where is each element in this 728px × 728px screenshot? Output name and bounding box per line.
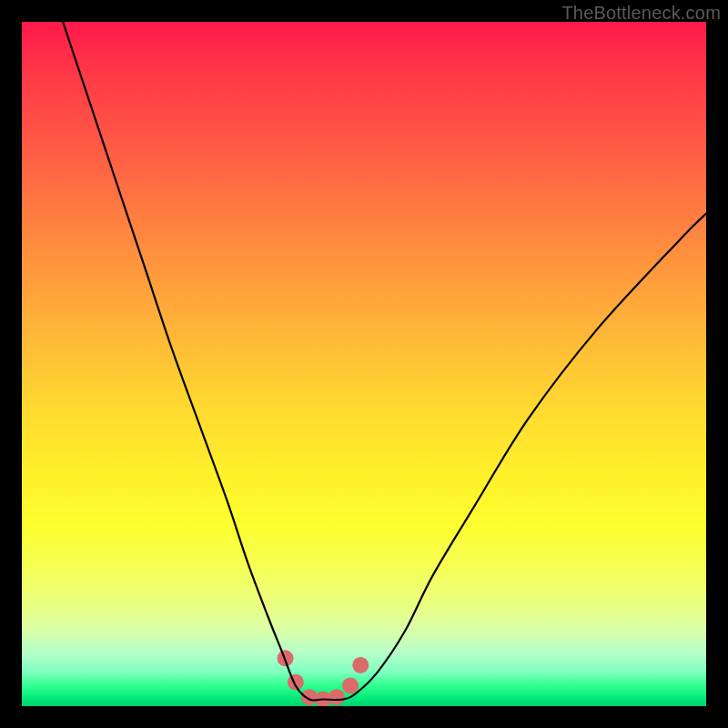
valley-dot: [288, 674, 304, 691]
valley-dot: [329, 689, 345, 705]
valley-dot: [352, 657, 369, 673]
bottleneck-curve: [63, 22, 706, 701]
curve-layer: [22, 22, 706, 706]
valley-marker: [278, 650, 369, 706]
chart-container: TheBottleneck.com: [0, 0, 728, 728]
valley-dot: [342, 677, 359, 693]
valley-dot: [301, 689, 318, 705]
watermark-text: TheBottleneck.com: [561, 3, 721, 24]
plot-area: [22, 22, 706, 706]
